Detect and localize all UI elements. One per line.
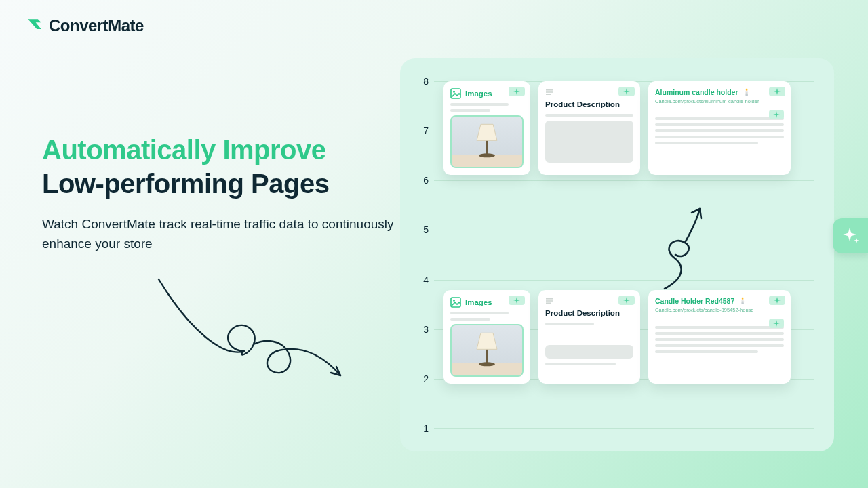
svg-point-1 (453, 91, 455, 93)
svg-point-8 (453, 300, 455, 302)
product-title: Aluminum candle holder (655, 88, 738, 97)
product-thumbnail (450, 324, 524, 377)
hero-headline: Automatically Improve Low-performing Pag… (42, 133, 395, 201)
sparkle-badge-icon (509, 87, 525, 96)
title-card: Aluminum candle holder 🕯️ Candle.com/pro… (648, 81, 791, 175)
skeleton-line (655, 344, 784, 347)
skeleton-line (450, 318, 490, 321)
performance-panel: 87654321 Images Product Description (400, 58, 834, 451)
logo-mark-icon (26, 17, 43, 35)
y-tick-label: 4 (411, 274, 429, 285)
y-tick-label: 6 (411, 175, 429, 186)
skeleton-line (655, 129, 784, 132)
hero-headline-accent: Automatically Improve (42, 133, 395, 167)
list-icon (545, 88, 553, 96)
description-card-label: Product Description (545, 309, 633, 317)
list-icon (545, 297, 553, 305)
hero-subhead: Watch ConvertMate track real-time traffi… (42, 214, 395, 254)
sparkle-badge-icon (618, 87, 635, 96)
y-tick-label: 2 (411, 373, 429, 384)
hero-headline-rest: Low-performing Pages (42, 169, 329, 199)
svg-rect-12 (546, 300, 553, 302)
arrow-up-icon (644, 203, 712, 291)
doodle-arrow-icon (149, 270, 353, 392)
title-card: Candle Holder Red4587 🕯️ Candle.com/prod… (648, 290, 791, 384)
skeleton-line (545, 363, 616, 365)
svg-rect-3 (486, 140, 488, 155)
skeleton-line (655, 332, 784, 335)
brand-logo: ConvertMate (26, 16, 144, 35)
skeleton-line (450, 312, 509, 314)
product-url: Candle.com/products/aluminum-candle-hold… (655, 98, 784, 105)
svg-rect-11 (546, 298, 553, 300)
gridline (434, 428, 814, 429)
cards-after: Images Product Description Aluminum cand… (443, 81, 791, 175)
skeleton-line (545, 323, 594, 325)
images-card: Images (443, 290, 530, 384)
skeleton-line (655, 117, 784, 120)
skeleton-line (545, 114, 633, 117)
skeleton-block (545, 345, 633, 359)
sparkle-badge-icon (509, 296, 525, 305)
description-card-label: Product Description (545, 100, 633, 108)
skeleton-line (655, 136, 784, 138)
cards-before: Images Product Description Candle Holde (443, 290, 791, 384)
product-title: Candle Holder Red4587 (655, 297, 734, 306)
product-url: Candle.com/products/candle-895452-house (655, 307, 784, 314)
description-card: Product Description (538, 290, 640, 384)
sparkle-badge-icon (618, 296, 635, 305)
skeleton-line (655, 123, 784, 126)
skeleton-line (655, 338, 784, 341)
gridline (434, 230, 814, 230)
y-tick-label: 1 (411, 423, 429, 434)
y-tick-label: 7 (411, 125, 429, 136)
images-card-label: Images (465, 298, 492, 306)
hero: Automatically Improve Low-performing Pag… (42, 133, 395, 254)
svg-rect-6 (546, 94, 551, 95)
description-card: Product Description (538, 81, 640, 175)
sparkle-badge-icon (769, 110, 784, 119)
skeleton-line (655, 142, 758, 144)
skeleton-block (545, 121, 633, 163)
images-card-label: Images (465, 89, 492, 98)
brand-name: ConvertMate (49, 16, 144, 35)
product-thumbnail (450, 115, 524, 168)
skeleton-line (450, 109, 490, 112)
svg-rect-13 (546, 302, 551, 304)
images-card: Images (443, 81, 530, 175)
sparkle-badge-icon (769, 296, 785, 305)
sparkle-icon (842, 226, 861, 245)
skeleton-line (655, 326, 784, 329)
skeleton-line (655, 350, 758, 353)
svg-rect-5 (546, 92, 553, 93)
image-icon (450, 297, 461, 308)
y-tick-label: 8 (411, 76, 429, 87)
y-tick-label: 5 (411, 224, 429, 235)
sparkle-badge-icon (769, 87, 785, 96)
svg-rect-10 (486, 349, 488, 364)
image-icon (450, 88, 461, 99)
sparkle-tab[interactable] (833, 218, 868, 253)
gridline (434, 180, 814, 181)
candle-emoji-icon: 🕯️ (738, 297, 747, 304)
svg-rect-4 (546, 89, 553, 91)
y-tick-label: 3 (411, 324, 429, 335)
sparkle-badge-icon (769, 319, 784, 328)
skeleton-line (450, 103, 509, 106)
candle-emoji-icon: 🕯️ (743, 88, 751, 96)
gridline (434, 280, 814, 281)
